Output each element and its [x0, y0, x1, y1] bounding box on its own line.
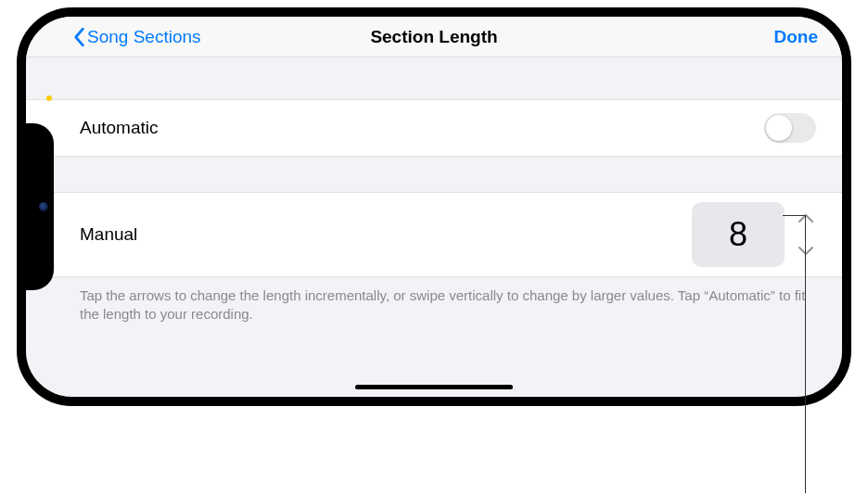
screen: Song Sections Section Length Done Automa…: [26, 17, 842, 397]
phone-frame: Song Sections Section Length Done Automa…: [17, 7, 851, 406]
stepper-value[interactable]: 8: [692, 202, 785, 267]
manual-label: Manual: [80, 224, 137, 245]
content-area: Automatic Manual 8: [26, 57, 842, 397]
automatic-label: Automatic: [80, 118, 158, 138]
nav-bar: Song Sections Section Length Done: [26, 17, 842, 57]
chevron-down-icon: [798, 245, 814, 256]
notch: [22, 123, 54, 290]
back-button[interactable]: Song Sections: [72, 27, 201, 47]
done-button[interactable]: Done: [774, 27, 836, 47]
automatic-switch[interactable]: [764, 113, 816, 143]
back-label: Song Sections: [87, 27, 201, 47]
manual-row: Manual 8: [26, 192, 842, 277]
page-title: Section Length: [370, 27, 497, 47]
length-stepper[interactable]: 8: [692, 202, 816, 267]
privacy-indicator-dot: [46, 95, 52, 101]
chevron-left-icon: [72, 27, 85, 47]
footer-help-text: Tap the arrows to change the length incr…: [26, 277, 842, 324]
stepper-increment-button[interactable]: [796, 211, 816, 226]
callout-line: [805, 215, 806, 493]
stepper-decrement-button[interactable]: [796, 243, 816, 258]
automatic-row[interactable]: Automatic: [26, 99, 842, 157]
home-indicator[interactable]: [355, 385, 513, 389]
stepper-arrows: [796, 211, 816, 258]
